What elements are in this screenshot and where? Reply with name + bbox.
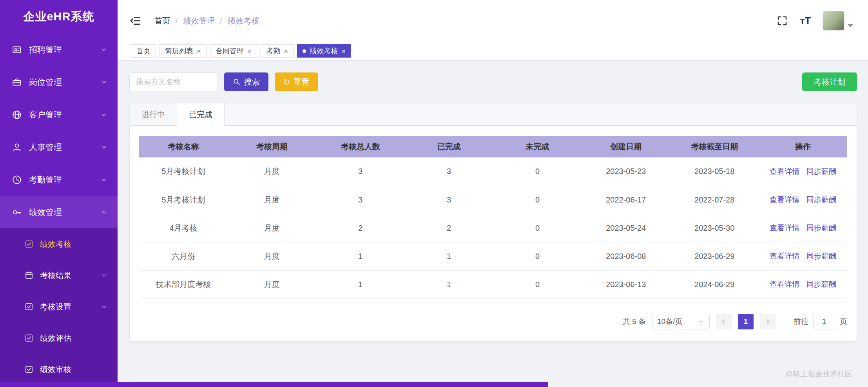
column-header: 创建日期 — [582, 136, 670, 157]
cell-created: 2023-05-24 — [582, 214, 670, 242]
card-body: 考核名称 考核周期 考核总人数 已完成 未完成 创建日期 考核截至日期 操作 — [130, 126, 857, 341]
chevron-down-icon — [100, 111, 107, 118]
sidebar-item-label: 绩效考核 — [40, 239, 71, 250]
close-icon[interactable]: × — [247, 47, 252, 55]
sidebar-item-performance[interactable]: 绩效管理 — [0, 196, 118, 228]
avatar[interactable] — [823, 11, 844, 31]
page-size-value: 10条/页 — [657, 316, 682, 327]
sidebar-item-label: 考核设置 — [40, 302, 71, 312]
cell-created: 2023-06-08 — [582, 242, 670, 270]
sync-salary-link[interactable]: 同步薪酬 — [806, 252, 836, 260]
view-detail-link[interactable]: 查看详情 — [770, 195, 799, 204]
close-icon[interactable]: × — [341, 47, 346, 55]
cell-cycle: 月度 — [228, 157, 316, 186]
topbar: 首页 / 绩效管理 / 绩效考核 тT — [118, 0, 868, 42]
column-header: 未完成 — [493, 136, 582, 157]
calendar-icon — [24, 271, 34, 280]
close-icon[interactable]: × — [197, 47, 201, 55]
check-square-icon — [24, 239, 34, 249]
cell-created: 2023-06-13 — [582, 270, 670, 298]
sync-salary-link[interactable]: 同步薪酬 — [806, 224, 836, 232]
cell-deadline: 2023-06-29 — [670, 242, 759, 270]
next-page-button[interactable] — [760, 314, 776, 329]
search-button[interactable]: 搜索 — [224, 72, 268, 91]
user-menu[interactable] — [823, 11, 853, 31]
sync-salary-link[interactable]: 同步薪酬 — [806, 280, 836, 288]
sidebar: 企业eHR系统 招聘管理 岗位管理 客户管理 人事管理 — [0, 0, 118, 387]
tag-label: 简历列表 — [165, 46, 193, 56]
breadcrumb-item: 绩效考核 — [228, 16, 259, 26]
tag-label: 首页 — [136, 46, 150, 56]
cell-total: 3 — [316, 157, 405, 186]
goto-page-group: 前往 页 — [794, 314, 847, 329]
page-size-select[interactable]: 10条/页 — [652, 314, 710, 329]
sidebar-item-performance-audit[interactable]: 绩效审核 — [0, 354, 118, 385]
tags-view: 首页 简历列表 × 合同管理 × 考勤 × 绩效考核 × — [118, 42, 868, 61]
font-size-icon[interactable]: тT — [800, 15, 811, 27]
sidebar-item-review-results[interactable]: 考核结果 — [0, 260, 118, 291]
breadcrumb-item: 绩效管理 — [183, 16, 215, 26]
table-header-row: 考核名称 考核周期 考核总人数 已完成 未完成 创建日期 考核截至日期 操作 — [139, 136, 847, 157]
breadcrumb-separator: / — [220, 16, 223, 25]
chevron-right-icon — [764, 318, 771, 325]
tab-completed[interactable]: 已完成 — [177, 103, 225, 126]
close-icon[interactable]: × — [284, 47, 288, 55]
refresh-icon: ↻ — [283, 78, 290, 86]
collapse-sidebar-icon[interactable] — [129, 15, 141, 27]
breadcrumb-separator: / — [176, 16, 178, 25]
breadcrumb-home[interactable]: 首页 — [154, 16, 170, 26]
tag-resume-list[interactable]: 简历列表 × — [159, 44, 207, 58]
search-input[interactable] — [129, 72, 218, 91]
tag-performance-review[interactable]: 绩效考核 × — [297, 44, 351, 58]
cell-total: 3 — [316, 186, 405, 214]
reset-button[interactable]: ↻ 重置 — [275, 72, 318, 91]
sidebar-item-review-settings[interactable]: 考核设置 — [0, 291, 118, 322]
cell-created: 2023-05-23 — [582, 157, 670, 186]
page-unit-label: 页 — [840, 316, 847, 327]
goto-page-input[interactable] — [813, 314, 835, 329]
cell-undone: 0 — [493, 270, 582, 298]
view-detail-link[interactable]: 查看详情 — [770, 167, 799, 175]
cell-deadline: 2022-07-28 — [670, 186, 759, 214]
position-icon — [12, 77, 22, 87]
cell-actions: 查看详情 同步薪酬 — [759, 157, 847, 186]
sidebar-item-label: 考勤管理 — [29, 174, 62, 185]
horizontal-scrollbar[interactable] — [0, 382, 548, 387]
tag-home[interactable]: 首页 — [131, 44, 156, 58]
tag-contract-management[interactable]: 合同管理 × — [210, 44, 257, 58]
view-detail-link[interactable]: 查看详情 — [770, 252, 799, 260]
current-page-button[interactable]: 1 — [738, 314, 754, 329]
sidebar-item-customer[interactable]: 客户管理 — [0, 98, 118, 131]
sidebar-item-performance-review[interactable]: 绩效考核 — [0, 228, 118, 260]
table-row: 六月份 月度 1 1 0 2023-06-08 2023-06-29 查看详情 … — [139, 242, 847, 270]
sidebar-item-performance-evaluation[interactable]: 绩效评估 — [0, 322, 118, 354]
table-row: 4月考核 月度 2 2 0 2023-05-24 2023-05-30 查看详情… — [139, 214, 847, 242]
table-row: 5月考核计划 月度 3 3 0 2023-05-23 2023-05-18 查看… — [139, 157, 847, 186]
cell-done: 1 — [405, 270, 493, 298]
chevron-down-icon — [101, 304, 107, 310]
sync-salary-link[interactable]: 同步薪酬 — [806, 167, 836, 175]
column-header: 考核名称 — [139, 136, 228, 157]
cell-done: 2 — [405, 214, 493, 242]
personnel-icon — [12, 142, 22, 152]
cell-cycle: 月度 — [228, 186, 316, 214]
sidebar-item-label: 绩效管理 — [29, 207, 62, 218]
check-square-icon — [24, 302, 34, 311]
cell-done: 3 — [405, 186, 493, 214]
tag-attendance[interactable]: 考勤 × — [261, 44, 294, 58]
cell-name: 技术部月度考核 — [139, 270, 228, 298]
sidebar-item-personnel[interactable]: 人事管理 — [0, 131, 118, 163]
view-detail-link[interactable]: 查看详情 — [770, 280, 799, 288]
prev-page-button[interactable] — [716, 314, 732, 329]
sidebar-item-position[interactable]: 岗位管理 — [0, 66, 118, 98]
sidebar-item-recruitment[interactable]: 招聘管理 — [0, 33, 118, 66]
cell-undone: 0 — [493, 186, 582, 214]
cell-actions: 查看详情 同步薪酬 — [759, 270, 847, 298]
sidebar-item-attendance[interactable]: 考勤管理 — [0, 163, 118, 196]
view-detail-link[interactable]: 查看详情 — [770, 224, 799, 232]
fullscreen-icon[interactable] — [776, 15, 788, 27]
sync-salary-link[interactable]: 同步薪酬 — [806, 195, 836, 204]
cell-total: 1 — [316, 270, 405, 298]
review-plan-button[interactable]: 考核计划 — [802, 72, 857, 91]
tab-in-progress[interactable]: 进行中 — [130, 103, 177, 125]
